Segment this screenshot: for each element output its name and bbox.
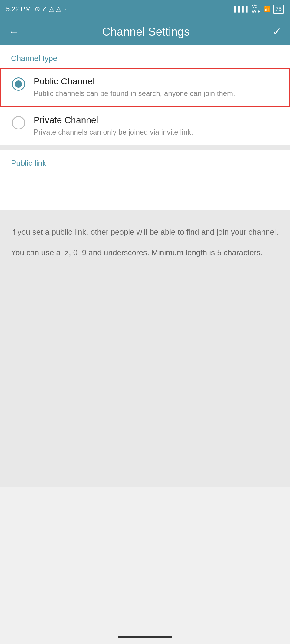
public-link-input-area[interactable]: [11, 174, 279, 192]
status-icons: ⊙ ✓ △ △ ··: [35, 5, 67, 13]
public-channel-text: Public Channel Public channels can be fo…: [34, 76, 278, 99]
section-divider-2: [0, 210, 290, 215]
private-channel-text: Private Channel Private channels can onl…: [34, 115, 278, 137]
info-text-area: If you set a public link, other people w…: [0, 215, 290, 270]
back-button[interactable]: ←: [8, 25, 19, 38]
public-link-section: Public link: [0, 150, 290, 210]
channel-type-label: Channel type: [0, 45, 290, 68]
wifi-icon: 📶: [264, 6, 271, 12]
status-bar-right: ▌▌▌▌ VoWiFi 📶 75: [234, 4, 284, 15]
section-divider: [0, 145, 290, 150]
private-channel-desc: Private channels can only be joined via …: [34, 127, 278, 137]
page-header: ← Channel Settings ✓: [0, 18, 290, 45]
public-link-label: Public link: [11, 159, 279, 174]
signal-icon: ▌▌▌▌: [234, 6, 249, 12]
private-channel-radio[interactable]: [12, 116, 25, 129]
status-bar-left: 5:22 PM ⊙ ✓ △ △ ··: [6, 5, 67, 13]
public-channel-radio[interactable]: [12, 77, 25, 91]
info-text-1: If you set a public link, other people w…: [11, 226, 279, 238]
vo-wifi-icon: VoWiFi: [252, 4, 262, 15]
public-channel-title: Public Channel: [34, 76, 278, 87]
confirm-button[interactable]: ✓: [272, 25, 282, 38]
status-time: 5:22 PM: [6, 5, 31, 13]
home-indicator: [118, 636, 172, 638]
status-bar: 5:22 PM ⊙ ✓ △ △ ·· ▌▌▌▌ VoWiFi 📶 75: [0, 0, 290, 18]
info-text-2: You can use a–z, 0–9 and underscores. Mi…: [11, 247, 279, 259]
private-channel-title: Private Channel: [34, 115, 278, 125]
public-channel-option[interactable]: Public Channel Public channels can be fo…: [0, 68, 290, 107]
private-channel-option[interactable]: Private Channel Private channels can onl…: [0, 107, 290, 145]
page-title: Channel Settings: [102, 25, 189, 38]
bottom-info-area: If you set a public link, other people w…: [0, 215, 290, 487]
public-channel-desc: Public channels can be found in search, …: [34, 88, 278, 99]
content-area: Channel type Public Channel Public chann…: [0, 45, 290, 487]
battery-icon: 75: [273, 5, 284, 14]
